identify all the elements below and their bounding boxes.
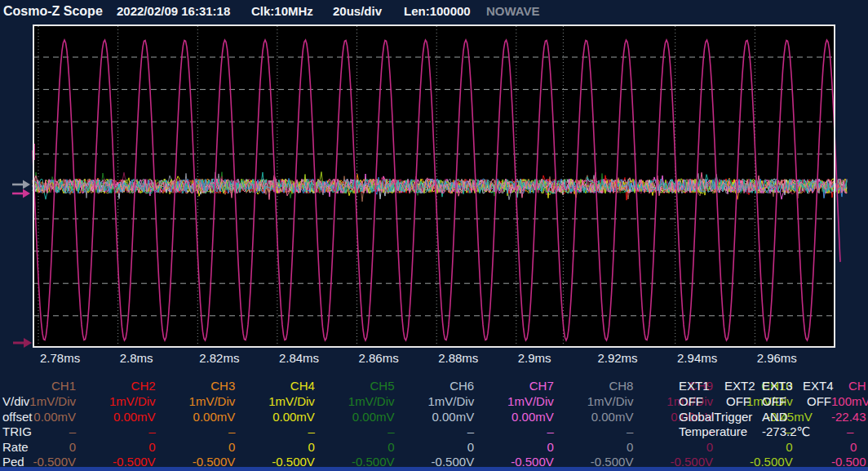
header-datetime: 2022/02/09 16:31:18 — [117, 4, 230, 18]
x-tick-label: 2.96ms — [757, 351, 797, 365]
rate-value-ch8: 0 — [563, 440, 633, 454]
channel-header-ch6: CH6 — [404, 379, 474, 393]
channel-header-ch5: CH5 — [325, 379, 395, 393]
ext2-label: EXT2 — [724, 379, 755, 393]
temperature-label: Temperature — [679, 424, 747, 438]
rate-value-ch10: 0 — [723, 440, 793, 454]
channel-header-ch7: CH7 — [484, 379, 554, 393]
global-trigger-label: GlobalTrigger — [679, 410, 752, 424]
offset-value-ch1: 0.00mV — [6, 410, 76, 424]
sine-channel-level-arrow — [11, 335, 34, 352]
x-tick-label: 2.94ms — [677, 351, 717, 365]
rate-value-ch7: 0 — [484, 440, 554, 454]
ch8-level-arrow — [12, 180, 30, 189]
rate-value-ch2: 0 — [86, 440, 156, 454]
header-timebase: 20us/div — [333, 4, 382, 18]
trig-value-ch11-partial: – — [847, 424, 868, 438]
vdiv-value-ch3: 1mV/Div — [165, 394, 235, 408]
header-wave-status: NOWAVE — [486, 4, 540, 18]
vdiv-value-ch2: 1mV/Div — [86, 394, 156, 408]
ext2-state: OFF — [726, 394, 751, 408]
rate-value-ch3: 0 — [165, 440, 235, 454]
trig-value-ch8: – — [563, 424, 633, 438]
vdiv-value-ch1: 1mV/Div — [6, 394, 76, 408]
header-record-length: Len:100000 — [404, 4, 471, 18]
header-clock: Clk:10MHz — [251, 4, 313, 18]
trig-value-ch1: – — [6, 424, 76, 438]
offset-value-ch8: 0.00mV — [563, 410, 633, 424]
ext3-label: EXT3 — [762, 379, 793, 393]
trig-value-ch7: – — [484, 424, 554, 438]
rate-value-ch9: 0 — [643, 440, 713, 454]
trig-value-ch4: – — [245, 424, 315, 438]
offset-value-ch2: 0.00mV — [86, 410, 156, 424]
vdiv-value-ch5: 1mV/Div — [325, 394, 395, 408]
ext1-label: EXT1 — [679, 379, 710, 393]
rate-value-ch11-partial: 0 — [850, 440, 868, 454]
x-tick-label: 2.82ms — [199, 351, 239, 365]
offset-value-ch11-partial: -22.43 — [831, 410, 868, 424]
ext4-label: EXT4 — [803, 379, 834, 393]
ext3-state: OFF — [762, 394, 786, 408]
global-trigger-value: AND — [762, 410, 788, 424]
temperature-value: -273.2℃ — [762, 424, 810, 439]
channel-header-ch8: CH8 — [563, 379, 633, 393]
x-tick-label: 2.88ms — [438, 351, 478, 365]
channel-header-ch2: CH2 — [86, 379, 156, 393]
x-tick-label: 2.8ms — [120, 351, 153, 365]
x-tick-label: 2.86ms — [359, 351, 399, 365]
channel-level-arrows — [11, 175, 33, 199]
ext1-state: OFF — [679, 394, 703, 408]
rate-value-ch6: 0 — [404, 440, 474, 454]
ch7-level-arrow — [12, 189, 30, 198]
cosmoz-scope-app: Cosmo-Z Scope 2022/02/09 16:31:18 Clk:10… — [0, 0, 868, 471]
offset-value-ch6: 0.00mV — [404, 410, 474, 424]
trig-value-ch2: – — [86, 424, 156, 438]
ext4-state: OFF — [807, 394, 831, 408]
x-tick-label: 2.78ms — [40, 351, 80, 365]
offset-value-ch4: 0.00mV — [245, 410, 315, 424]
app-title: Cosmo-Z Scope — [3, 4, 103, 19]
channel-header-ch3: CH3 — [165, 379, 235, 393]
trig-value-ch5: – — [325, 424, 395, 438]
offset-value-ch3: 0.00mV — [165, 410, 235, 424]
trig-value-ch3: – — [165, 424, 235, 438]
channel-header-ch11-partial: CH — [848, 379, 868, 393]
vdiv-value-ch4: 1mV/Div — [245, 394, 315, 408]
x-tick-label: 2.9ms — [518, 351, 551, 365]
rate-value-ch5: 0 — [325, 440, 395, 454]
offset-value-ch7: 0.00mV — [484, 410, 554, 424]
bottom-strip — [0, 467, 868, 471]
channel-header-ch4: CH4 — [245, 379, 315, 393]
vdiv-value-ch6: 1mV/Div — [404, 394, 474, 408]
rate-value-ch1: 0 — [6, 440, 76, 454]
scope-plot — [33, 24, 848, 349]
vdiv-value-ch7: 1mV/Div — [484, 394, 554, 408]
rate-value-ch4: 0 — [245, 440, 315, 454]
trig-value-ch6: – — [404, 424, 474, 438]
offset-value-ch5: 0.00mV — [325, 410, 395, 424]
x-tick-label: 2.92ms — [597, 351, 637, 365]
x-tick-label: 2.84ms — [279, 351, 319, 365]
vdiv-value-ch11-partial: 100mV — [831, 394, 868, 408]
vdiv-value-ch8: 1mV/Div — [563, 394, 633, 408]
channel-header-ch1: CH1 — [6, 379, 76, 393]
